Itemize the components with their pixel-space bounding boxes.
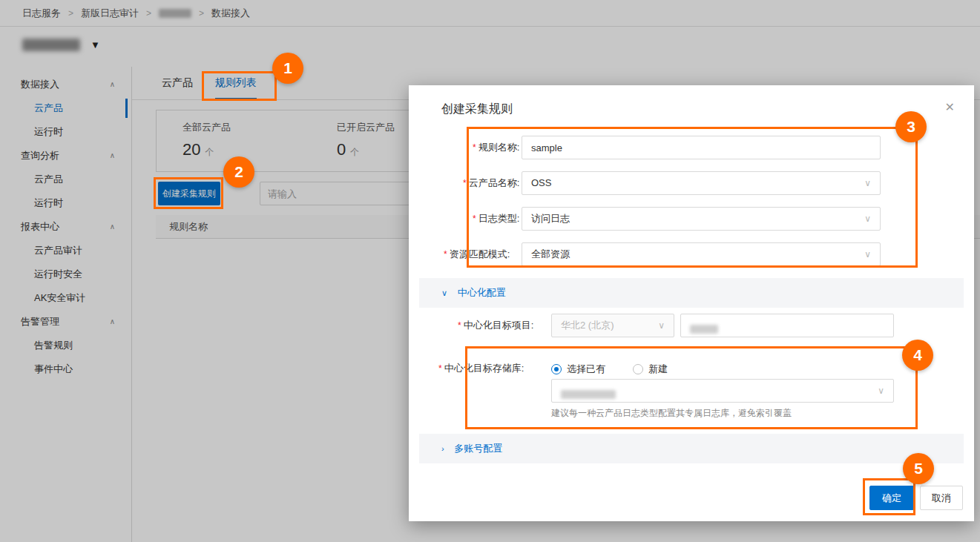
field-label: *云产品名称:: [463, 171, 519, 195]
radio-on-icon: [551, 364, 562, 374]
cancel-button[interactable]: 取消: [920, 486, 963, 510]
log-type-select[interactable]: 访问日志 ∨: [522, 207, 881, 231]
chevron-right-icon: ›: [441, 444, 444, 453]
field-label: *日志类型:: [473, 207, 519, 231]
section-centralized-config[interactable]: ∨ 中心化配置: [419, 278, 964, 308]
chevron-down-icon: ∨: [878, 380, 884, 402]
ok-button[interactable]: 确定: [869, 486, 914, 510]
resource-match-select[interactable]: 全部资源 ∨: [522, 242, 881, 266]
field-log-type: *日志类型: 访问日志 ∨: [409, 207, 928, 231]
product-name-select[interactable]: OSS ∨: [522, 171, 881, 195]
radio-label: 新建: [648, 363, 668, 376]
logstore-value-redacted: [561, 390, 616, 399]
logstore-hint-text: 建议每一种云产品日志类型配置其专属日志库，避免索引覆盖: [551, 407, 792, 420]
region-select-disabled: 华北2 (北京) ∨: [551, 314, 674, 337]
required-asterisk: *: [473, 142, 476, 153]
required-asterisk: *: [438, 363, 442, 374]
field-resource-match: *资源匹配模式: 全部资源 ∨: [409, 242, 928, 266]
select-value: 全部资源: [531, 248, 570, 260]
field-label: *中心化目标存储库:: [438, 357, 524, 380]
create-rule-dialog: 创建采集规则 ✕ *规则名称: *云产品名称: OSS ∨ *日志类型: 访问日…: [409, 85, 974, 521]
field-product-name: *云产品名称: OSS ∨: [409, 171, 928, 195]
field-label: *中心化目标项目:: [458, 314, 533, 337]
dialog-title: 创建采集规则: [441, 102, 513, 117]
field-rule-name: *规则名称:: [409, 136, 928, 159]
select-value: 访问日志: [531, 213, 570, 224]
project-value-redacted: [690, 325, 718, 334]
section-multi-account-config[interactable]: › 多账号配置: [419, 434, 964, 463]
select-value: OSS: [531, 177, 551, 188]
radio-select-existing[interactable]: 选择已有: [551, 363, 605, 376]
field-label: *规则名称:: [473, 136, 519, 159]
logstore-select[interactable]: ∨: [551, 379, 894, 403]
required-asterisk: *: [473, 214, 476, 224]
close-icon[interactable]: ✕: [945, 100, 955, 114]
chevron-down-icon: ∨: [441, 288, 447, 297]
chevron-down-icon: ∨: [864, 172, 871, 194]
field-logstore-select: ∨: [409, 379, 928, 403]
target-project-input[interactable]: [680, 314, 894, 337]
required-asterisk: *: [458, 320, 461, 331]
radio-off-icon: [633, 364, 643, 374]
chevron-down-icon: ∨: [658, 314, 665, 337]
select-value: 华北2 (北京): [561, 320, 614, 331]
rule-name-input[interactable]: [522, 136, 881, 159]
field-label: *资源匹配模式:: [444, 242, 510, 266]
required-asterisk: *: [463, 178, 467, 188]
section-title: 中心化配置: [458, 287, 506, 298]
field-target-logstore: *中心化目标存储库: 选择已有 新建: [409, 357, 928, 380]
radio-label: 选择已有: [567, 363, 605, 376]
chevron-down-icon: ∨: [864, 208, 871, 230]
section-title: 多账号配置: [454, 443, 502, 454]
radio-create-new[interactable]: 新建: [633, 363, 668, 376]
required-asterisk: *: [444, 249, 447, 260]
field-target-project: *中心化目标项目: 华北2 (北京) ∨: [409, 314, 928, 337]
chevron-down-icon: ∨: [864, 243, 871, 265]
